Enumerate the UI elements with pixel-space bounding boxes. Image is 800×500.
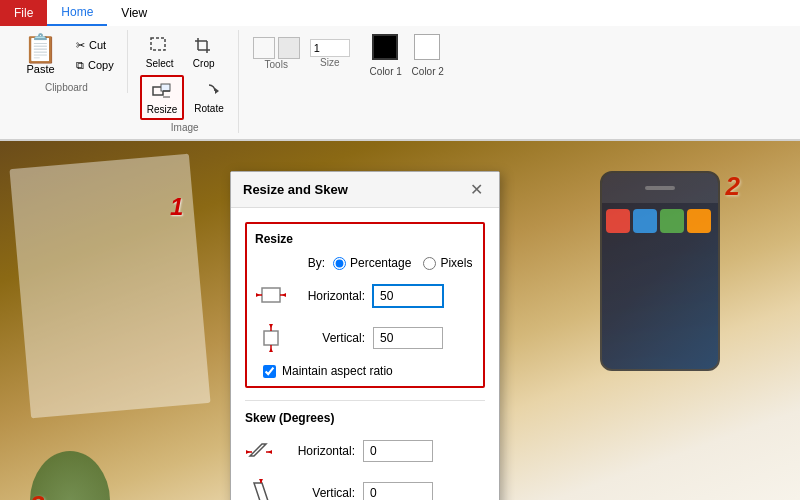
skew-section: Skew (Degrees) [245,411,485,500]
outline-tool[interactable] [253,37,275,59]
dialog-title-text: Resize and Skew [243,182,348,197]
image-group-label: Image [171,122,199,133]
clipboard-group-content: 📋 Paste ✂ Cut ⧉ Copy [14,30,119,80]
skew-horizontal-icon [245,435,277,467]
copy-button[interactable]: ⧉ Copy [71,56,119,75]
annotation-1: 1 [170,193,183,221]
annotation-2: 2 [726,171,740,202]
horizontal-resize-icon [255,280,287,312]
cut-button[interactable]: ✂ Cut [71,36,119,55]
clipboard-group: 📋 Paste ✂ Cut ⧉ Copy Clipboard [6,30,128,93]
tools-area: Tools Size Color 1 Col [243,30,794,77]
shapes-group: Tools [253,37,300,70]
paste-label: Paste [26,63,54,75]
resize-vertical-input[interactable] [373,327,443,349]
dialog-titlebar: Resize and Skew ✕ [231,172,499,208]
resize-horizontal-label: Horizontal: [295,289,365,303]
svg-rect-10 [262,288,280,302]
percentage-label: Percentage [350,256,411,270]
resize-radio-group: Percentage Pixels [333,256,472,270]
svg-marker-19 [269,348,273,352]
clipboard-group-label: Clipboard [45,82,88,93]
svg-marker-9 [215,88,219,94]
resize-horizontal-row: Horizontal: [255,280,475,312]
svg-rect-0 [151,38,165,50]
dialog-body: Resize By: Percentage Pixels [231,208,499,500]
resize-section: Resize By: Percentage Pixels [245,222,485,388]
percentage-radio[interactable] [333,257,346,270]
rotate-label: Rotate [194,103,223,114]
resize-by-row: By: Percentage Pixels [255,256,475,270]
resize-skew-dialog: Resize and Skew ✕ Resize By: Percentage [230,171,500,500]
skew-horizontal-row: Horizontal: [245,435,485,467]
cut-icon: ✂ [76,39,85,52]
color1-label: Color 1 [370,66,402,77]
maintain-aspect-row: Maintain aspect ratio [255,364,475,378]
maintain-aspect-label[interactable]: Maintain aspect ratio [282,364,393,378]
canvas-area: 2 3 Resize and Skew ✕ Resize By: [0,141,800,500]
copy-icon: ⧉ [76,59,84,72]
svg-rect-6 [161,84,170,91]
pixels-label: Pixels [440,256,472,270]
tab-view[interactable]: View [107,0,161,26]
clipboard-small-buttons: ✂ Cut ⧉ Copy [71,36,119,75]
ribbon-body: 📋 Paste ✂ Cut ⧉ Copy Clipboard [0,26,800,140]
shape-tools [253,37,300,59]
tab-home[interactable]: Home [47,0,107,26]
svg-marker-13 [256,293,260,297]
size-input[interactable] [310,39,350,57]
ribbon: File Home View 📋 Paste ✂ Cut ⧉ Copy [0,0,800,141]
tools-label: Tools [265,59,288,70]
skew-vertical-row: Vertical: [245,477,485,500]
tab-file[interactable]: File [0,0,47,26]
svg-marker-23 [246,450,250,454]
percentage-radio-label[interactable]: Percentage [333,256,411,270]
color2-swatch[interactable] [414,34,440,60]
image-group-content: Select [140,30,230,120]
color1-swatch[interactable] [372,34,398,60]
dialog-close-button[interactable]: ✕ [466,180,487,199]
dialog-overlay: Resize and Skew ✕ Resize By: Percentage [0,141,800,500]
resize-button[interactable]: Resize [140,75,185,120]
copy-label: Copy [88,59,114,71]
skew-section-title: Skew (Degrees) [245,411,485,425]
rotate-icon [195,79,223,103]
color-section: Color 1 Color 2 [360,30,454,77]
cut-label: Cut [89,39,106,51]
fill-tool[interactable] [278,37,300,59]
dialog-separator [245,400,485,401]
skew-vertical-icon [245,477,277,500]
resize-label: Resize [147,104,178,115]
pixels-radio[interactable] [423,257,436,270]
vertical-resize-icon [255,322,287,354]
resize-section-title: Resize [255,232,475,246]
paste-icon: 📋 [23,35,58,63]
pixels-radio-label[interactable]: Pixels [423,256,472,270]
by-label: By: [255,256,325,270]
resize-vertical-label: Vertical: [295,331,365,345]
skew-vertical-input[interactable] [363,482,433,500]
resize-horizontal-input[interactable] [373,285,443,307]
select-label: Select [146,58,174,69]
select-button[interactable]: Select [140,30,180,73]
annotation-3: 3 [30,490,44,500]
skew-horizontal-label: Horizontal: [285,444,355,458]
color1-container [368,30,404,64]
resize-vertical-row: Vertical: [255,322,475,354]
svg-marker-20 [250,444,266,456]
crop-label: Crop [193,58,215,69]
skew-vertical-label: Vertical: [285,486,355,500]
ribbon-tabs: File Home View [0,0,800,26]
skew-horizontal-input[interactable] [363,440,433,462]
maintain-aspect-checkbox[interactable] [263,365,276,378]
crop-button[interactable]: Crop [184,30,224,73]
svg-marker-18 [269,324,273,328]
svg-marker-14 [282,293,286,297]
size-label: Size [320,57,339,68]
color2-container [410,30,446,64]
svg-marker-24 [268,450,272,454]
select-icon [146,34,174,58]
rotate-button[interactable]: Rotate [188,75,229,120]
color1-group: Color 1 [368,30,404,77]
paste-button[interactable]: 📋 Paste [14,30,67,80]
